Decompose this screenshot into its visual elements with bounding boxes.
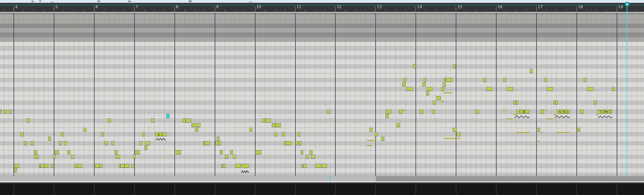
note[interactable]: .: [142, 132, 145, 136]
note[interactable]: ...: [145, 141, 150, 145]
note[interactable]: .: [295, 141, 299, 145]
note[interactable]: .: [145, 146, 147, 150]
note[interactable]: ...: [311, 155, 315, 159]
lyric-note[interactable]: も [..: [155, 132, 167, 136]
note[interactable]: ..: [580, 110, 584, 114]
note[interactable]: ...: [436, 96, 441, 100]
note[interactable]: ⌒..: [241, 164, 249, 168]
note[interactable]: ..: [483, 78, 486, 82]
note[interactable]: .: [396, 123, 400, 127]
note[interactable]: .: [27, 118, 30, 123]
note[interactable]: ...: [205, 141, 210, 145]
note[interactable]: ...: [286, 141, 292, 145]
note[interactable]: .: [51, 164, 53, 168]
controller-lane[interactable]: [0, 184, 644, 195]
note[interactable]: ..: [433, 100, 436, 105]
note[interactable]: .: [516, 100, 518, 105]
note[interactable]: .: [297, 132, 300, 136]
lyric-note[interactable]: を [o ]: [557, 110, 570, 114]
note[interactable]: .: [327, 110, 330, 114]
note[interactable]: .: [299, 141, 302, 145]
note[interactable]: .: [4, 110, 7, 114]
note[interactable]: .: [34, 150, 37, 154]
playhead-line[interactable]: [627, 3, 627, 176]
note[interactable]: ...: [386, 110, 391, 114]
note[interactable]: .: [220, 150, 223, 154]
note[interactable]: .: [133, 155, 136, 159]
note[interactable]: .: [218, 141, 221, 145]
note[interactable]: .: [426, 91, 429, 95]
horizontal-scrollbar-track[interactable]: [0, 176, 644, 181]
note[interactable]: .: [223, 164, 226, 168]
note[interactable]: .: [24, 141, 27, 145]
note[interactable]: .: [453, 64, 456, 68]
note[interactable]: ..: [59, 141, 62, 145]
note[interactable]: .: [594, 100, 597, 105]
note[interactable]: ...: [14, 164, 19, 168]
note[interactable]: ...: [547, 87, 553, 91]
note[interactable]: .: [424, 78, 427, 82]
note[interactable]: ..: [555, 100, 558, 105]
note[interactable]: .: [441, 87, 444, 91]
note[interactable]: .: [386, 114, 389, 118]
note[interactable]: ...: [446, 78, 453, 82]
note[interactable]: ...: [322, 164, 327, 168]
note[interactable]: .: [370, 128, 373, 132]
note[interactable]: .: [115, 150, 118, 154]
note[interactable]: .: [537, 128, 540, 132]
note[interactable]: .: [402, 83, 405, 87]
note[interactable]: .: [249, 128, 252, 132]
note[interactable]: ...: [427, 87, 432, 91]
note[interactable]: ..: [475, 110, 479, 114]
piano-roll-grid[interactable]: ........................................…: [0, 13, 644, 176]
note[interactable]: .: [432, 110, 435, 114]
note[interactable]: ..: [399, 110, 403, 114]
selected-note[interactable]: [166, 114, 169, 118]
note[interactable]: .: [48, 137, 51, 141]
note[interactable]: .: [577, 128, 580, 132]
note[interactable]: ..: [225, 155, 228, 159]
note[interactable]: .: [303, 164, 306, 168]
playhead-marker[interactable]: [625, 2, 630, 7]
note[interactable]: .: [20, 132, 24, 136]
note[interactable]: ...: [316, 164, 321, 168]
note[interactable]: ...: [275, 123, 281, 127]
note[interactable]: .: [612, 87, 615, 91]
note[interactable]: .: [101, 132, 104, 136]
note[interactable]: ..: [30, 141, 34, 145]
note[interactable]: [302, 164, 303, 168]
note[interactable]: .: [230, 150, 233, 154]
note[interactable]: ...: [587, 87, 593, 91]
note[interactable]: .: [215, 141, 218, 145]
note[interactable]: .: [105, 141, 108, 145]
note[interactable]: .: [182, 118, 185, 123]
note[interactable]: [457, 132, 461, 136]
lyric-note[interactable]: て [te ]: [598, 110, 612, 114]
note[interactable]: .: [282, 132, 285, 136]
note[interactable]: ...: [135, 150, 140, 154]
note[interactable]: .: [74, 164, 77, 168]
note[interactable]: .: [309, 150, 312, 154]
note[interactable]: ...: [195, 123, 201, 127]
note[interactable]: [0, 110, 2, 114]
note[interactable]: ...: [235, 164, 240, 168]
note[interactable]: .: [274, 132, 277, 136]
note[interactable]: .: [71, 155, 74, 159]
note[interactable]: [444, 78, 446, 82]
note[interactable]: ...: [35, 155, 39, 159]
note[interactable]: .: [403, 78, 406, 82]
note[interactable]: [221, 164, 223, 168]
note[interactable]: .: [9, 110, 12, 114]
note[interactable]: ..: [584, 78, 587, 82]
note[interactable]: ...: [124, 164, 129, 168]
note[interactable]: .: [420, 110, 423, 114]
note[interactable]: ...: [255, 150, 261, 154]
note[interactable]: .: [443, 83, 446, 87]
note[interactable]: ...: [265, 118, 271, 123]
note[interactable]: ...: [175, 150, 181, 154]
note[interactable]: ...: [185, 118, 191, 123]
note[interactable]: ...: [507, 87, 513, 91]
note[interactable]: .: [233, 155, 236, 159]
note[interactable]: .: [422, 83, 426, 87]
note[interactable]: .: [191, 123, 195, 127]
